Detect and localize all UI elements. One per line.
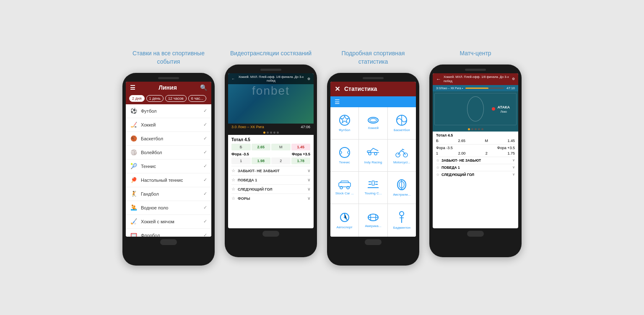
list-item[interactable]: 🏐 Волейбол ✓ [126,146,211,160]
phone-speaker-2 [260,69,281,71]
phone-screen-3: ✕ Статистика ☰ Футбол [330,82,416,237]
check-icon: ✓ [203,163,207,169]
grid-item-hockey[interactable]: Хоккей [359,107,387,139]
back-icon[interactable]: ← [231,77,235,81]
grid-item-aussie[interactable]: Австрали... [388,172,416,204]
settings-icon[interactable]: ⚙ [307,77,310,81]
svg-rect-20 [372,181,374,185]
sport-label: Настольный теннис [141,178,183,183]
menu-item-1[interactable]: ☆ ЗАБЬЮТ- НЕ ЗАБЬЮТ ∨ [231,166,310,175]
close-icon[interactable]: ✕ [335,85,340,93]
tabletennis-icon: 🏓 [130,176,138,184]
star-icon: ☆ [231,168,235,173]
s4-fora1-val[interactable]: 2.00 [458,151,466,155]
s4-menu-2[interactable]: ☆ ПОБЕДА 1 ∨ [436,164,515,171]
tennis-icon: 🎾 [130,163,138,170]
back-icon-4[interactable]: ← [436,76,441,82]
list-item[interactable]: 🤽 Водное поло ✓ [126,201,211,215]
s4-menu-3[interactable]: ☆ СЛЕДУЮЩИЙ ГОЛ ∨ [436,171,515,178]
hockey-icon: 🏒 [130,121,138,129]
menu-label: ФОРЫ [238,196,250,201]
bet-value-b[interactable]: 2.65 [252,144,271,150]
grid-item-american[interactable]: Америка... [359,204,387,237]
grid-item-badminton[interactable]: Бадминтон [388,204,416,237]
list-item[interactable]: ⚽ Футбол ✓ [126,104,211,118]
grid-item-motorcycle[interactable]: Motorcycl... [388,139,416,171]
grid-label-american: Америка... [365,224,381,228]
list-item[interactable]: 🏓 Настольный теннис ✓ [126,173,211,187]
caption-2: Видеотрансляции состязаний [230,49,312,58]
filter-hamburger-icon[interactable]: ☰ [335,98,340,105]
list-item[interactable]: 🎾 Теннис ✓ [126,160,211,173]
menu-item-3[interactable]: ☆ СЛЕДУЮЩИЙ ГОЛ ∨ [231,184,310,194]
list-item[interactable]: 🏑 Хоккей с мячом ✓ [126,215,211,229]
field-dot-5 [481,128,483,130]
field-dot-4 [478,128,480,130]
s4-chevron: ∨ [512,173,515,176]
s4-fora2-val[interactable]: 1.75 [507,151,515,155]
s4-fora2[interactable]: 2 [486,151,488,155]
s4-star-icon: ☆ [436,173,439,177]
filter-6h[interactable]: 6 час... [188,95,206,102]
svg-point-3 [370,119,377,122]
filter-12h[interactable]: 12 часов [165,95,187,102]
phone-screen-1: ☰ Линия 🔍 2 дня 1 день 12 часов 6 час...… [126,82,211,237]
grid-item-auto[interactable]: Автоспорт [330,204,358,237]
fora-val-3[interactable]: 2 [271,158,291,164]
s4-menu-1[interactable]: ☆ ЗАБЬЮТ- НЕ ЗАБЬЮТ ∨ [436,157,515,164]
menu-item-2[interactable]: ☆ ПОБЕДА 1 ∨ [231,175,310,184]
betting-section: Тотал 4.5 Б 2.65 М 1.45 Фора -3.5 Фора +… [228,135,314,205]
search-icon: 🔍 [200,84,207,91]
list-item[interactable]: 🏒 Хоккей ✓ [126,118,211,132]
s4-b-val[interactable]: 2.65 [458,139,465,143]
list-item[interactable]: 🏀 Баскетбол ✓ [126,132,211,146]
grid-item-tennis[interactable]: Теннис [330,139,358,171]
grid-item-stockcar[interactable]: Stock Car ... [330,172,358,204]
team-name: Локо – ХК Рига • [441,87,463,90]
grid-label-badminton: Бадминтон [393,226,410,230]
s4-m-val[interactable]: 1.45 [507,139,515,143]
page-container: Ставки на все спортивные события ☰ Линия… [8,49,636,265]
bet-value-m[interactable]: 1.45 [291,144,311,150]
phone-screen-4: ← Хоккей. МХЛ. Плей-офф. 1/8 финала. До … [433,73,518,228]
screen3-header: ✕ Статистика [330,82,416,96]
fora-val-1[interactable]: 1 [231,158,251,164]
grid-item-touring[interactable]: Touring C... [359,172,387,204]
phone-home-2 [262,231,279,237]
american-grid-icon [367,213,379,222]
phone-1: ☰ Линия 🔍 2 дня 1 день 12 часов 6 час...… [122,73,215,266]
phone-column-2: Видеотрансляции состязаний ← Хоккей. МХЛ… [225,49,317,257]
filter-2days[interactable]: 2 дня [129,95,145,102]
field-dot-1 [468,128,470,130]
settings-icon-4[interactable]: ⚙ [512,77,515,81]
grid-item-basketball[interactable]: Баскетбол [388,107,416,139]
chevron-icon: ∨ [307,196,310,201]
grid-label-stockcar: Stock Car ... [335,191,354,195]
sport-label: Флорбол [141,233,160,237]
attack-title: АТАКА [498,105,510,109]
fora-val-4[interactable]: 1.78 [291,158,311,164]
star-icon: ☆ [231,178,235,182]
s4-fora1[interactable]: 1 [436,151,438,155]
badminton-grid-icon [397,211,406,224]
menu-item-4[interactable]: ☆ ФОРЫ ∨ [231,194,310,203]
phone-speaker-3 [363,77,384,79]
s4-star-icon: ☆ [436,165,439,170]
menu-label: СЛЕДУЮЩИЙ ГОЛ [238,187,273,191]
grid-item-football[interactable]: Футбол [330,107,358,139]
grid-item-racing[interactable]: Indy Racing [359,139,387,171]
grid-label-racing: Indy Racing [364,160,382,164]
total-label: Тотал 4.5 [231,137,310,142]
list-item[interactable]: 🥅 Флорбол ✓ [126,229,211,237]
screen1-title: Линия [158,84,177,91]
video-dots [228,130,314,135]
sport-list: ⚽ Футбол ✓ 🏒 Хоккей ✓ 🏀 Баскетбол ✓ [126,104,211,237]
list-item[interactable]: 🤾 Гандбол ✓ [126,187,211,201]
fora-right: Фора +3.5 [292,152,310,156]
stockcar-grid-icon [338,180,351,189]
s4-fora-right: Фора +3.5 [497,146,515,150]
fora-val-2[interactable]: 1.98 [252,158,271,164]
s4-b-label: Б [436,139,439,143]
bet-label-m: М [271,144,291,150]
filter-1day[interactable]: 1 день [146,95,164,102]
